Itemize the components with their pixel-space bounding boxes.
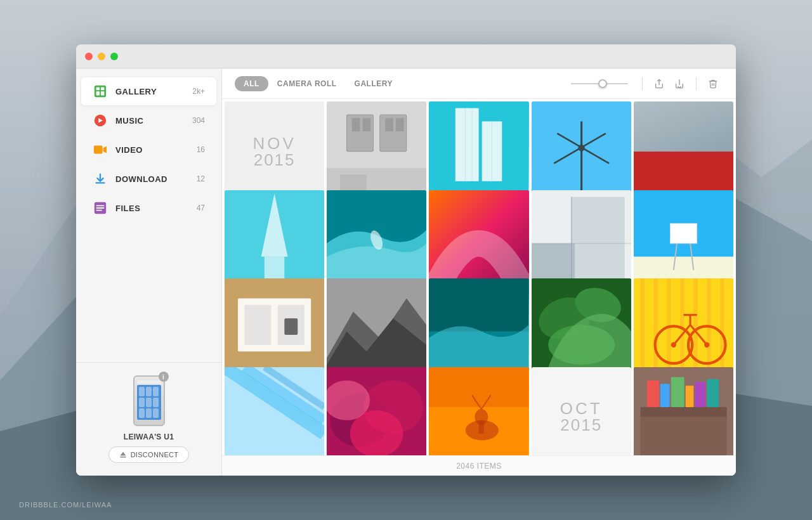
app-icon-7 xyxy=(139,408,145,418)
photo-cyan-tower[interactable] xyxy=(225,190,324,290)
sidebar-item-files[interactable]: FILES 47 xyxy=(81,194,216,222)
files-count: 47 xyxy=(197,204,205,212)
close-button[interactable] xyxy=(85,53,93,60)
disconnect-button[interactable]: DISCONNECT xyxy=(108,446,190,463)
watermark: DRIBBBLE.COM/LEIWAA xyxy=(19,501,112,509)
svg-point-42 xyxy=(578,145,584,151)
sidebar-item-gallery[interactable]: GALLERY 2k+ xyxy=(81,77,216,105)
svg-rect-31 xyxy=(455,108,479,181)
device-status-bar xyxy=(137,380,161,384)
download-label: DOWNLOAD xyxy=(115,174,197,184)
photo-green-leaves[interactable] xyxy=(532,278,631,378)
photo-books-shelf[interactable] xyxy=(634,367,733,456)
sidebar-item-download[interactable]: DOWNLOAD 12 xyxy=(81,165,216,193)
share-icon xyxy=(654,79,664,89)
gallery-grid: NOV 2015 xyxy=(222,99,736,455)
svg-marker-17 xyxy=(120,452,126,456)
sidebar-item-music[interactable]: MUSIC 304 xyxy=(81,107,216,134)
photo-windmill[interactable] xyxy=(532,101,631,201)
minimize-button[interactable] xyxy=(98,53,105,60)
zoom-slider-track[interactable] xyxy=(571,83,628,84)
music-count: 304 xyxy=(192,116,205,125)
photo-golden-deer[interactable] xyxy=(429,367,528,456)
zoom-slider-thumb[interactable] xyxy=(598,79,607,88)
photo-blue-lines[interactable] xyxy=(225,367,324,456)
files-label: FILES xyxy=(115,204,197,213)
share-button[interactable] xyxy=(649,74,669,94)
photo-bw-mountains[interactable] xyxy=(327,278,426,378)
svg-rect-27 xyxy=(396,118,404,131)
device-phone xyxy=(133,375,165,426)
date-tile-nov: NOV 2015 xyxy=(225,101,324,201)
traffic-lights xyxy=(85,53,118,60)
music-label: MUSIC xyxy=(115,116,192,126)
video-label: VIDEO xyxy=(115,145,197,155)
sidebar-item-video[interactable]: VIDEO 16 xyxy=(81,136,216,164)
date-tile-oct: OCT 2015 xyxy=(532,367,631,456)
delete-button[interactable] xyxy=(703,74,723,94)
svg-rect-24 xyxy=(352,118,360,131)
music-icon xyxy=(93,113,108,128)
svg-rect-113 xyxy=(686,386,694,407)
gallery-footer: 2046 ITEMS xyxy=(222,455,736,476)
device-wrapper: i xyxy=(133,375,165,426)
gallery-area: ALL CAMERA ROLL GALLERY xyxy=(222,68,736,476)
gallery-toolbar: ALL CAMERA ROLL GALLERY xyxy=(222,68,736,99)
main-content: GALLERY 2k+ MUSIC 304 xyxy=(76,68,736,476)
svg-rect-10 xyxy=(94,146,103,154)
oct-year: 2015 xyxy=(560,417,602,433)
photo-lifeguard-tower[interactable] xyxy=(634,190,733,290)
oct-month: OCT xyxy=(560,400,603,417)
svg-rect-100 xyxy=(429,367,528,407)
svg-rect-5 xyxy=(96,88,100,91)
photo-arch-building[interactable] xyxy=(429,190,528,290)
svg-rect-4 xyxy=(95,86,106,97)
app-icon-1 xyxy=(139,387,145,396)
photo-blue-buildings[interactable] xyxy=(429,101,528,201)
app-icon-5 xyxy=(146,398,152,407)
svg-marker-11 xyxy=(103,146,107,153)
svg-rect-63 xyxy=(284,318,298,335)
title-bar xyxy=(76,44,736,68)
svg-rect-76 xyxy=(653,278,657,378)
trash-icon xyxy=(708,79,718,89)
tab-gallery[interactable]: GALLERY xyxy=(346,76,402,91)
svg-rect-67 xyxy=(429,278,528,332)
photo-concrete-building[interactable] xyxy=(532,190,631,290)
zoom-slider-container xyxy=(571,83,628,84)
download-toolbar-button[interactable] xyxy=(669,74,690,94)
device-name: LEIWAA'S U1 xyxy=(124,432,174,441)
svg-rect-25 xyxy=(363,118,371,131)
device-info-badge[interactable]: i xyxy=(159,372,169,382)
download-toolbar-icon xyxy=(674,79,684,89)
photo-bw-window[interactable] xyxy=(327,101,426,201)
svg-rect-110 xyxy=(647,380,659,406)
app-icon-6 xyxy=(153,398,159,407)
video-icon xyxy=(93,142,108,157)
gallery-icon xyxy=(93,84,108,99)
svg-rect-115 xyxy=(707,379,719,406)
tab-camera-roll[interactable]: CAMERA ROLL xyxy=(268,76,346,91)
sidebar-device: i LEIWAA'S U1 DISCONNECT xyxy=(76,362,221,476)
toolbar-divider-1 xyxy=(642,77,643,90)
svg-point-103 xyxy=(475,409,488,425)
app-icon-3 xyxy=(153,387,159,396)
svg-rect-18 xyxy=(120,457,126,458)
photo-umbrellas[interactable] xyxy=(327,367,426,456)
maximize-button[interactable] xyxy=(110,53,118,60)
tab-all[interactable]: ALL xyxy=(235,76,268,91)
svg-rect-14 xyxy=(96,205,105,206)
svg-rect-114 xyxy=(695,382,705,407)
photo-flatlay-book[interactable] xyxy=(225,278,324,378)
svg-rect-8 xyxy=(101,91,105,95)
photo-surf[interactable] xyxy=(327,190,426,290)
nov-month: NOV xyxy=(252,135,296,152)
svg-rect-7 xyxy=(96,91,100,95)
photo-red-wall[interactable] xyxy=(634,101,733,201)
app-window: GALLERY 2k+ MUSIC 304 xyxy=(76,44,736,476)
photo-yellow-bike[interactable] xyxy=(634,278,733,378)
files-icon xyxy=(93,200,108,216)
app-icon-4 xyxy=(139,398,145,407)
photo-teal-landscape[interactable] xyxy=(429,278,528,378)
svg-rect-81 xyxy=(720,278,724,378)
